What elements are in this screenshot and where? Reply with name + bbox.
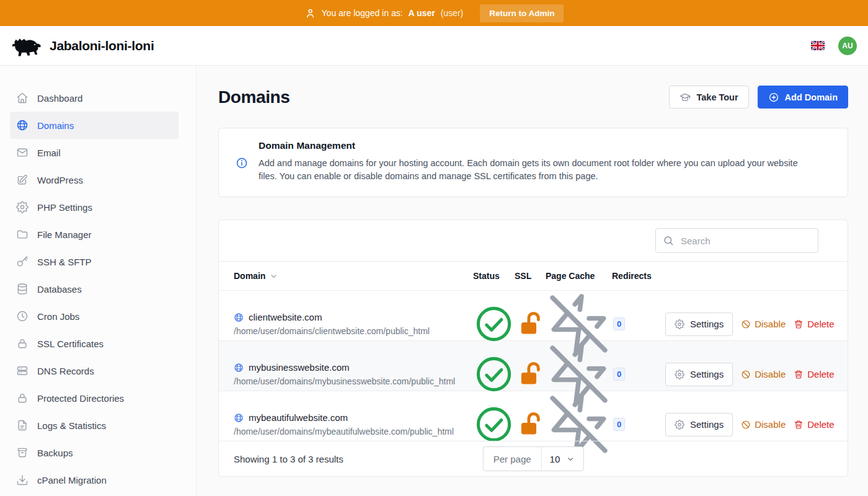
domain-name[interactable]: mybusinesswebsite.com	[249, 362, 350, 373]
gear-icon	[675, 370, 684, 379]
user-icon	[304, 7, 316, 19]
brand[interactable]: Jabaloni-loni-loni	[11, 35, 154, 57]
domain-path: /home/user/domains/mybeautifulwebsite.co…	[234, 427, 473, 436]
banner-user-name: A user	[409, 8, 435, 18]
add-domain-button[interactable]: Add Domain	[758, 86, 848, 108]
app-header: Jabaloni-loni-loni AU	[0, 26, 868, 66]
graduation-cap-icon	[680, 92, 691, 103]
delete-button[interactable]: Delete	[794, 319, 834, 329]
settings-button[interactable]: Settings	[665, 413, 733, 436]
globe-icon	[234, 413, 244, 423]
sidebar-item-protected-directories[interactable]: Protected Directories	[10, 384, 179, 412]
per-page-select[interactable]: Per page 10	[483, 446, 584, 471]
info-panel-title: Domain Management	[259, 140, 810, 151]
disable-button[interactable]: Disable	[741, 369, 786, 379]
status-active-icon	[473, 353, 515, 395]
info-panel-body: Add and manage domains for your hosting …	[259, 157, 810, 182]
sidebar-item-dashboard[interactable]: Dashboard	[10, 84, 179, 112]
sidebar-item-dns-records[interactable]: DNS Records	[10, 357, 179, 384]
domains-table-card: Domain Status SSL Page Cache Redirects c…	[218, 219, 848, 477]
column-header-domain[interactable]: Domain	[234, 271, 473, 281]
column-header-ssl: SSL	[515, 271, 546, 281]
globe-icon	[16, 119, 29, 131]
ssl-unlocked-icon	[515, 359, 546, 390]
column-header-redirects: Redirects	[612, 271, 665, 281]
trash-icon	[794, 420, 804, 430]
archive-icon	[16, 446, 29, 459]
ssl-unlocked-icon	[515, 309, 546, 340]
globe-icon	[234, 312, 244, 322]
boar-logo-icon	[11, 35, 42, 57]
take-tour-label: Take Tour	[696, 92, 738, 102]
database-icon	[16, 283, 29, 295]
delete-button[interactable]: Delete	[794, 369, 834, 379]
domain-path: /home/user/domains/clientwebsite.com/pub…	[234, 326, 473, 336]
table-row: clientwebsite.com /home/user/domains/cli…	[219, 290, 848, 340]
globe-icon	[234, 363, 244, 373]
table-row: mybeautifulwebsite.com /home/user/domain…	[219, 391, 848, 441]
sidebar-item-ssl-certificates[interactable]: SSL Certificates	[10, 330, 179, 357]
sidebar-item-backups[interactable]: Backups	[10, 439, 179, 466]
domain-name[interactable]: mybeautifulwebsite.com	[249, 412, 348, 423]
mail-icon	[16, 146, 29, 159]
chevron-down-icon	[565, 454, 575, 464]
lock-icon	[16, 337, 29, 350]
redirects-count-badge: 0	[613, 317, 625, 330]
settings-button[interactable]: Settings	[665, 312, 733, 336]
sidebar-item-wordpress[interactable]: WordPress	[10, 166, 179, 193]
domain-name[interactable]: clientwebsite.com	[249, 312, 322, 322]
redirects-count-badge: 0	[613, 368, 625, 381]
gear-icon	[675, 420, 684, 430]
banner-user-role: (user)	[441, 8, 464, 18]
sidebar-item-domains[interactable]: Domains	[10, 112, 179, 139]
column-settings-button[interactable]	[830, 239, 833, 242]
sidebar-item-cpanel-migration[interactable]: cPanel Migration	[10, 466, 179, 494]
impersonation-banner: You are logged in as: A user (user) Retu…	[0, 0, 868, 26]
search-input[interactable]	[655, 228, 818, 253]
per-page-label: Per page	[484, 447, 542, 471]
return-to-admin-button[interactable]: Return to Admin	[480, 4, 564, 22]
sidebar-item-databases[interactable]: Databases	[10, 275, 179, 303]
table-header-row: Domain Status SSL Page Cache Redirects	[219, 261, 848, 290]
per-page-value: 10	[550, 454, 560, 464]
clock-icon	[16, 310, 29, 322]
ssl-unlocked-icon	[515, 409, 546, 440]
sidebar-item-php-settings[interactable]: PHP Settings	[10, 193, 179, 221]
info-icon	[236, 157, 248, 169]
sidebar-item-cron-jobs[interactable]: Cron Jobs	[10, 303, 179, 330]
domain-path: /home/user/domains/mybusinesswebsite.com…	[234, 376, 473, 386]
delete-button[interactable]: Delete	[794, 419, 834, 430]
take-tour-button[interactable]: Take Tour	[669, 86, 748, 108]
redirects-count-badge: 0	[613, 418, 625, 431]
table-row: mybusinesswebsite.com /home/user/domains…	[219, 340, 848, 391]
edit-icon	[16, 174, 29, 186]
status-active-icon	[473, 404, 515, 445]
language-flag-icon[interactable]	[811, 41, 825, 50]
disable-button[interactable]: Disable	[741, 419, 786, 430]
slash-circle-icon	[741, 370, 751, 379]
gear-icon	[675, 319, 684, 329]
column-header-page-cache: Page Cache	[546, 271, 612, 281]
user-avatar[interactable]: AU	[838, 37, 857, 55]
column-header-status: Status	[473, 271, 515, 281]
sidebar-item-logs-statistics[interactable]: Logs & Statistics	[10, 412, 179, 439]
gear-icon	[16, 201, 29, 213]
sidebar-item-ssh-sftp[interactable]: SSH & SFTP	[10, 248, 179, 275]
download-icon	[16, 474, 29, 486]
settings-button[interactable]: Settings	[665, 363, 733, 386]
home-icon	[16, 92, 29, 104]
trash-icon	[794, 319, 804, 329]
folder-icon	[16, 228, 29, 241]
sidebar-item-file-manager[interactable]: File Manager	[10, 221, 179, 248]
slash-circle-icon	[741, 319, 751, 329]
results-summary: Showing 1 to 3 of 3 results	[234, 454, 343, 464]
main-content: Domains Take Tour Add Domain Domain Mana…	[197, 66, 868, 495]
add-domain-label: Add Domain	[785, 92, 838, 102]
status-active-icon	[473, 303, 515, 345]
brand-name: Jabaloni-loni-loni	[50, 38, 154, 53]
plus-circle-icon	[768, 92, 779, 103]
disable-button[interactable]: Disable	[741, 319, 786, 329]
sidebar-item-email[interactable]: Email	[10, 139, 179, 166]
server-icon	[16, 365, 29, 377]
table-body: clientwebsite.com /home/user/domains/cli…	[219, 290, 848, 441]
